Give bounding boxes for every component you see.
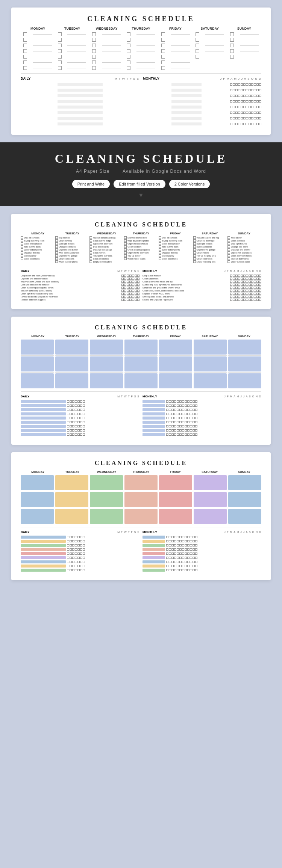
section1-card: CLEANING SCHEDULE MONDAY TUESDAY WEDNESD… [11,8,271,135]
filled-monthly-rows: Deep Clean Kitchen Clean Appliances Clea… [143,275,261,301]
c1-daily-label: DAILY [21,395,29,398]
c2-mon [21,475,54,524]
color2-card: CLEANING SCHEDULE MONDAY TUESDAY WEDNESD… [11,452,271,580]
color1-title: CLEANING SCHEDULE [21,324,261,331]
filled-weekly: Dust all surfaces Sweep the living room … [21,236,261,263]
paper-size: A4 Paper Size [76,169,110,174]
c2-sat [194,475,227,524]
color1-days-header: MONDAY TUESDAY WEDNESDAY THURSDAY FRIDAY… [21,335,261,338]
color2-title: CLEANING SCHEDULE [21,460,261,466]
weekly-checkboxes [21,32,261,70]
availability: Avaliable in Google Docs and Word [123,169,206,174]
c1-daily: DAILY M T W T F S S [21,395,139,437]
c2-thu [124,475,158,524]
tue-col [55,32,89,70]
c2-wed [90,475,123,524]
filled-mtwtss: M T W T F S S [117,270,139,272]
filled-wed: Vacuum carpets and rug Clean out the fri… [89,236,123,263]
c2-fri [159,475,192,524]
color2-bottom: DAILY M T W T F S S MONTHLY J F M A M J … [21,530,261,573]
c1-wed [90,340,123,388]
banner-subtitle: A4 Paper Size Avaliable in Google Docs a… [11,169,271,174]
thu-col [124,32,158,70]
fri-col [159,32,193,70]
c1-tue [55,340,88,388]
mtwtss-label: M T W T F S S [115,77,139,80]
banner-title: CLEANING SCHEDULE [11,152,271,166]
c2-monthly-label: MONTHLY [143,530,157,534]
mon-col [21,32,55,70]
c1-fri [159,340,192,388]
c2-tue [55,475,88,524]
filled-jfmamjjasond: J F M A M J J A S O N D [224,270,261,272]
daily-section: DAILY M T W T F S S [21,77,139,127]
jfmamjjasond-label: J F M A M J J A S O N D [220,77,261,80]
filled-tue: Mop kitchen Clean stovetop Dust light fi… [55,236,89,263]
c1-monthly-label: MONTHLY [143,395,157,398]
filled-sat: Vacuum carpets and rug Clean out the fri… [193,236,227,263]
color2-days-header: MONDAY TUESDAY WEDNESDAY THURSDAY FRIDAY… [21,470,261,474]
c2-monthly: MONTHLY J F M A M J J A S O N D [143,530,261,573]
daily-rows [21,82,139,126]
c1-monthly: MONTHLY J F M A M J J A S O N D [143,395,261,437]
dark-banner: CLEANING SCHEDULE A4 Paper Size Avaliabl… [0,142,282,206]
filled-thu: Disinfect kitchen sink Wipe down dining … [124,236,158,263]
c1-sat [194,340,227,388]
filled-daily: DAILY M T W T F S S Deep clean one room … [21,269,139,302]
color1-bottom: DAILY M T W T F S S MONTHLY J F M A M J … [21,395,261,437]
section1-title: CLEANING SCHEDULE [21,15,261,23]
c2-daily: DAILY M T W T F S S [21,530,139,573]
c2-sun [228,475,261,524]
color1-weekly [21,340,261,388]
badge-print: Print and Write [72,180,110,188]
filled-daily-label: DAILY [21,269,29,273]
c1-thu [124,340,158,388]
filled-bottom: DAILY M T W T F S S Deep clean one room … [21,269,261,302]
monthly-rows [143,82,261,126]
monthly-label: MONTHLY [143,77,159,80]
color2-weekly [21,475,261,524]
wed-col [89,32,123,70]
badge-edit: Edit from filled Version [114,180,165,188]
filled-monthly-label: MONTHLY [143,269,157,273]
days-header: MONDAY TUESDAY WEDNESDAY THURSDAY FRIDAY… [21,27,261,30]
c1-sun [228,340,261,388]
filled-daily-rows: Deep clean one room (rotate weekly) Orga… [21,275,139,301]
filled-title: CLEANING SCHEDULE [21,221,261,228]
monthly-section: MONTHLY J F M A M J J A S O N D [143,77,261,127]
badges-container: Print and Write Edit from filled Version… [11,180,271,188]
sat-col [193,32,227,70]
filled-monthly: MONTHLY J F M A M J J A S O N D Deep Cle… [143,269,261,302]
color1-card: CLEANING SCHEDULE MONDAY TUESDAY WEDNESD… [11,317,271,445]
filled-mon: Dust all surfaces Sweep the living room … [21,236,55,263]
filled-card: CLEANING SCHEDULE MONDAY TUESDAY WEDNESD… [11,214,271,309]
sun-col [227,32,261,70]
daily-label: DAILY [21,77,30,80]
filled-days-header: MONDAY TUESDAY WEDNESDAY THURSDAY FRIDAY… [21,232,261,235]
badge-color: 2 Color Versions [169,180,210,188]
c2-daily-label: DAILY [21,530,29,534]
c1-mon [21,340,54,388]
filled-fri: Dust all surfaces Sweep the living room … [159,236,193,263]
bottom-section: DAILY M T W T F S S MONTHLY J F M A M J … [21,77,261,127]
filled-sun: Mop kitchen Clean stovetop Dust light fi… [227,236,261,263]
arrow-down: ▼ [11,192,271,199]
